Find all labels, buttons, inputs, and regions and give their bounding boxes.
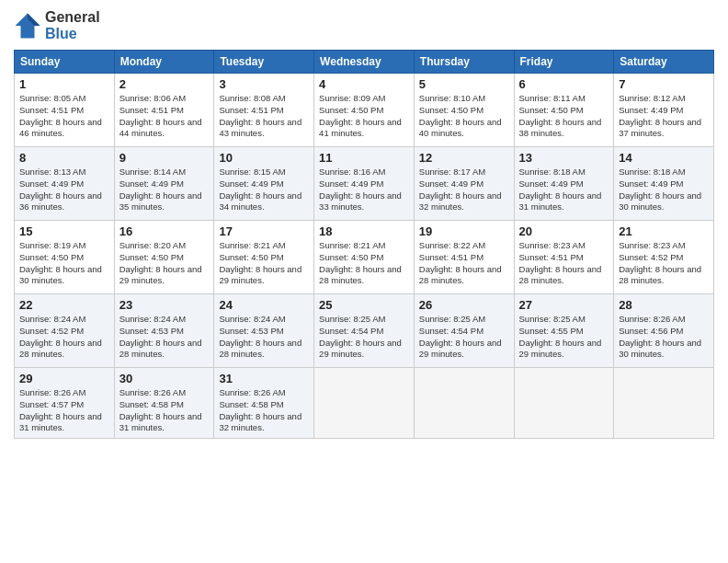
day-info: Sunrise: 8:14 AMSunset: 4:49 PMDaylight:… <box>119 167 210 213</box>
week-row-5: 29Sunrise: 8:26 AMSunset: 4:57 PMDayligh… <box>15 368 714 439</box>
day-info: Sunrise: 8:17 AMSunset: 4:49 PMDaylight:… <box>419 167 509 213</box>
calendar-cell: 2Sunrise: 8:06 AMSunset: 4:51 PMDaylight… <box>114 74 214 147</box>
calendar-cell: 8Sunrise: 8:13 AMSunset: 4:49 PMDaylight… <box>15 147 115 221</box>
day-number: 29 <box>19 372 109 385</box>
day-info: Sunrise: 8:19 AMSunset: 4:50 PMDaylight:… <box>19 240 109 287</box>
calendar-cell: 30Sunrise: 8:26 AMSunset: 4:58 PMDayligh… <box>114 368 214 439</box>
day-number: 24 <box>219 298 309 312</box>
calendar-cell: 9Sunrise: 8:14 AMSunset: 4:49 PMDaylight… <box>114 147 214 221</box>
day-info: Sunrise: 8:12 AMSunset: 4:49 PMDaylight:… <box>619 93 709 140</box>
header: General Blue <box>14 9 714 42</box>
weekday-header-tuesday: Tuesday <box>214 51 314 74</box>
day-info: Sunrise: 8:23 AMSunset: 4:52 PMDaylight:… <box>619 240 709 287</box>
day-number: 22 <box>19 298 109 312</box>
day-number: 23 <box>119 298 210 312</box>
calendar-cell: 26Sunrise: 8:25 AMSunset: 4:54 PMDayligh… <box>414 294 514 368</box>
weekday-header-wednesday: Wednesday <box>314 51 415 74</box>
day-info: Sunrise: 8:24 AMSunset: 4:53 PMDaylight:… <box>119 314 210 361</box>
calendar-cell: 5Sunrise: 8:10 AMSunset: 4:50 PMDaylight… <box>414 74 514 147</box>
calendar-cell: 17Sunrise: 8:21 AMSunset: 4:50 PMDayligh… <box>214 221 314 294</box>
day-info: Sunrise: 8:24 AMSunset: 4:53 PMDaylight:… <box>219 314 309 361</box>
calendar-cell <box>414 368 514 439</box>
calendar-cell: 22Sunrise: 8:24 AMSunset: 4:52 PMDayligh… <box>15 294 115 368</box>
day-info: Sunrise: 8:23 AMSunset: 4:51 PMDaylight:… <box>519 240 609 287</box>
day-info: Sunrise: 8:05 AMSunset: 4:51 PMDaylight:… <box>19 93 109 140</box>
day-number: 15 <box>19 224 109 238</box>
weekday-header-friday: Friday <box>514 51 614 74</box>
weekday-header-thursday: Thursday <box>414 51 514 74</box>
page: General Blue SundayMondayTuesdayWednesda… <box>0 0 728 563</box>
day-info: Sunrise: 8:13 AMSunset: 4:49 PMDaylight:… <box>19 167 109 213</box>
calendar-cell <box>314 368 415 439</box>
day-info: Sunrise: 8:26 AMSunset: 4:57 PMDaylight:… <box>19 387 109 434</box>
day-info: Sunrise: 8:16 AMSunset: 4:49 PMDaylight:… <box>319 167 409 213</box>
day-info: Sunrise: 8:21 AMSunset: 4:50 PMDaylight:… <box>219 240 309 287</box>
calendar-cell: 27Sunrise: 8:25 AMSunset: 4:55 PMDayligh… <box>514 294 614 368</box>
day-info: Sunrise: 8:21 AMSunset: 4:50 PMDaylight:… <box>319 240 409 287</box>
week-row-4: 22Sunrise: 8:24 AMSunset: 4:52 PMDayligh… <box>15 294 714 368</box>
day-number: 1 <box>19 77 109 91</box>
calendar-cell: 21Sunrise: 8:23 AMSunset: 4:52 PMDayligh… <box>614 221 714 294</box>
day-number: 10 <box>219 151 309 165</box>
calendar-cell: 15Sunrise: 8:19 AMSunset: 4:50 PMDayligh… <box>15 221 115 294</box>
calendar-cell: 11Sunrise: 8:16 AMSunset: 4:49 PMDayligh… <box>314 147 415 221</box>
calendar-cell: 18Sunrise: 8:21 AMSunset: 4:50 PMDayligh… <box>314 221 415 294</box>
calendar-cell: 4Sunrise: 8:09 AMSunset: 4:50 PMDaylight… <box>314 74 415 147</box>
weekday-header-row: SundayMondayTuesdayWednesdayThursdayFrid… <box>15 51 714 74</box>
calendar-cell: 1Sunrise: 8:05 AMSunset: 4:51 PMDaylight… <box>15 74 115 147</box>
week-row-3: 15Sunrise: 8:19 AMSunset: 4:50 PMDayligh… <box>15 221 714 294</box>
calendar-cell: 7Sunrise: 8:12 AMSunset: 4:49 PMDaylight… <box>614 74 714 147</box>
week-row-1: 1Sunrise: 8:05 AMSunset: 4:51 PMDaylight… <box>15 74 714 147</box>
day-info: Sunrise: 8:20 AMSunset: 4:50 PMDaylight:… <box>119 240 210 287</box>
calendar-cell: 14Sunrise: 8:18 AMSunset: 4:49 PMDayligh… <box>614 147 714 221</box>
calendar-cell: 10Sunrise: 8:15 AMSunset: 4:49 PMDayligh… <box>214 147 314 221</box>
day-info: Sunrise: 8:09 AMSunset: 4:50 PMDaylight:… <box>319 93 409 140</box>
day-number: 6 <box>519 77 609 91</box>
day-info: Sunrise: 8:25 AMSunset: 4:55 PMDaylight:… <box>519 314 609 361</box>
day-info: Sunrise: 8:22 AMSunset: 4:51 PMDaylight:… <box>419 240 509 287</box>
day-number: 18 <box>319 224 409 238</box>
day-info: Sunrise: 8:25 AMSunset: 4:54 PMDaylight:… <box>319 314 409 361</box>
day-number: 19 <box>419 224 509 238</box>
day-number: 17 <box>219 224 309 238</box>
day-number: 11 <box>319 151 409 165</box>
calendar-cell: 31Sunrise: 8:26 AMSunset: 4:58 PMDayligh… <box>214 368 314 439</box>
day-number: 3 <box>219 77 309 91</box>
day-number: 13 <box>519 151 609 165</box>
day-info: Sunrise: 8:25 AMSunset: 4:54 PMDaylight:… <box>419 314 509 361</box>
day-number: 16 <box>119 224 210 238</box>
calendar-cell: 25Sunrise: 8:25 AMSunset: 4:54 PMDayligh… <box>314 294 415 368</box>
week-row-2: 8Sunrise: 8:13 AMSunset: 4:49 PMDaylight… <box>15 147 714 221</box>
day-number: 26 <box>419 298 509 312</box>
calendar-cell: 29Sunrise: 8:26 AMSunset: 4:57 PMDayligh… <box>15 368 115 439</box>
day-info: Sunrise: 8:26 AMSunset: 4:56 PMDaylight:… <box>619 314 709 361</box>
weekday-header-saturday: Saturday <box>614 51 714 74</box>
calendar-cell: 19Sunrise: 8:22 AMSunset: 4:51 PMDayligh… <box>414 221 514 294</box>
calendar-cell <box>614 368 714 439</box>
calendar-cell: 12Sunrise: 8:17 AMSunset: 4:49 PMDayligh… <box>414 147 514 221</box>
day-number: 21 <box>619 224 709 238</box>
day-number: 2 <box>119 77 210 91</box>
logo: General Blue <box>14 9 100 42</box>
calendar-cell: 3Sunrise: 8:08 AMSunset: 4:51 PMDaylight… <box>214 74 314 147</box>
day-info: Sunrise: 8:15 AMSunset: 4:49 PMDaylight:… <box>219 167 309 213</box>
calendar-cell: 13Sunrise: 8:18 AMSunset: 4:49 PMDayligh… <box>514 147 614 221</box>
calendar: SundayMondayTuesdayWednesdayThursdayFrid… <box>14 50 714 439</box>
day-number: 25 <box>319 298 409 312</box>
day-number: 30 <box>119 372 210 385</box>
calendar-cell: 6Sunrise: 8:11 AMSunset: 4:50 PMDaylight… <box>514 74 614 147</box>
calendar-cell: 28Sunrise: 8:26 AMSunset: 4:56 PMDayligh… <box>614 294 714 368</box>
day-info: Sunrise: 8:18 AMSunset: 4:49 PMDaylight:… <box>619 167 709 213</box>
logo-icon <box>14 12 41 40</box>
day-number: 12 <box>419 151 509 165</box>
day-info: Sunrise: 8:24 AMSunset: 4:52 PMDaylight:… <box>19 314 109 361</box>
day-number: 20 <box>519 224 609 238</box>
day-number: 31 <box>219 372 309 385</box>
day-number: 8 <box>19 151 109 165</box>
day-number: 7 <box>619 77 709 91</box>
day-number: 27 <box>519 298 609 312</box>
calendar-cell: 16Sunrise: 8:20 AMSunset: 4:50 PMDayligh… <box>114 221 214 294</box>
day-number: 14 <box>619 151 709 165</box>
logo-text: General Blue <box>45 9 100 42</box>
calendar-cell: 23Sunrise: 8:24 AMSunset: 4:53 PMDayligh… <box>114 294 214 368</box>
